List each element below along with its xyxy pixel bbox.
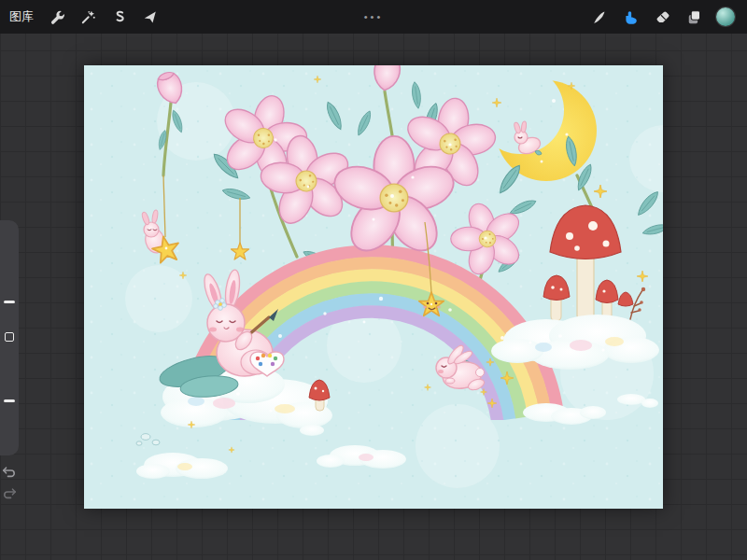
- undo-button[interactable]: [1, 464, 18, 481]
- actions-button[interactable]: [43, 3, 71, 31]
- paint-brush-button[interactable]: [585, 3, 613, 31]
- redo-icon: [2, 485, 17, 500]
- transform-button[interactable]: [135, 3, 163, 31]
- selection-button[interactable]: [105, 3, 133, 31]
- brush-size-handle[interactable]: [4, 301, 15, 303]
- layers-button[interactable]: [680, 3, 708, 31]
- magic-wand-icon: [80, 9, 96, 25]
- smudge-button[interactable]: [616, 3, 644, 31]
- top-toolbar: 图库 •••: [0, 0, 747, 34]
- crescent-moon: [496, 80, 597, 181]
- selection-s-icon: [111, 9, 127, 25]
- right-tool-group: [585, 3, 740, 31]
- gallery-button[interactable]: 图库: [9, 0, 34, 34]
- left-tool-group: [43, 3, 163, 31]
- color-swatch: [716, 7, 735, 26]
- eraser-icon: [655, 9, 670, 25]
- color-button[interactable]: [712, 3, 740, 31]
- artwork-canvas[interactable]: [84, 65, 663, 509]
- undo-icon: [2, 464, 17, 479]
- smudge-finger-icon: [623, 9, 639, 25]
- artwork-svg: [84, 65, 663, 509]
- modify-button[interactable]: [5, 332, 14, 342]
- sidebar-controls: [0, 220, 19, 455]
- adjustments-button[interactable]: [74, 3, 102, 31]
- brush-icon: [591, 9, 607, 25]
- wrench-icon: [49, 9, 65, 25]
- opacity-handle[interactable]: [4, 399, 15, 402]
- opacity-slider[interactable]: [0, 360, 19, 454]
- transform-arrow-icon: [142, 9, 158, 25]
- redo-button[interactable]: [1, 485, 18, 502]
- layers-icon: [686, 9, 702, 25]
- brush-size-slider[interactable]: [0, 258, 19, 360]
- eraser-button[interactable]: [648, 3, 676, 31]
